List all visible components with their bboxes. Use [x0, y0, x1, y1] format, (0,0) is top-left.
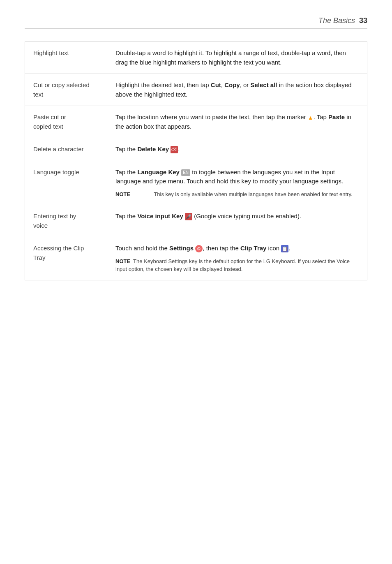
table-row: Delete a character Tap the Delete Key ⌫. [25, 138, 367, 161]
page-header: The Basics 33 [25, 16, 367, 29]
row-content-highlight: Double-tap a word to highlight it. To hi… [107, 42, 367, 74]
table-row: Paste cut orcopied text Tap the location… [25, 106, 367, 138]
delete-key-icon: ⌫ [171, 146, 178, 153]
main-table: Highlight text Double-tap a word to high… [25, 42, 367, 280]
table-row: Language toggle Tap the Language Key EN … [25, 161, 367, 205]
voice-input-key-icon: 🎤 [185, 213, 192, 220]
marker-icon: ▲ [308, 113, 314, 122]
row-content-delete: Tap the Delete Key ⌫. [107, 138, 367, 161]
header-title: The Basics [318, 16, 355, 25]
row-label-delete: Delete a character [25, 138, 107, 161]
row-content-cut-copy: Highlight the desired text, then tap Cut… [107, 74, 367, 106]
clip-tray-icon: 📋 [281, 245, 288, 252]
row-content-clip-tray: Touch and hold the Settings ⚙, then tap … [107, 237, 367, 280]
table-row: Accessing the ClipTray Touch and hold th… [25, 237, 367, 280]
row-content-language: Tap the Language Key EN to toggle betwee… [107, 161, 367, 205]
row-label-language: Language toggle [25, 161, 107, 205]
page: The Basics 33 Highlight text Double-tap … [0, 0, 392, 564]
table-row: Cut or copy selectedtext Highlight the d… [25, 74, 367, 106]
settings-icon: ⚙ [195, 245, 203, 252]
row-label-highlight: Highlight text [25, 42, 107, 74]
row-label-paste: Paste cut orcopied text [25, 106, 107, 138]
header-page-number: 33 [359, 16, 367, 25]
table-row: Entering text byvoice Tap the Voice inpu… [25, 205, 367, 237]
row-content-paste: Tap the location where you want to paste… [107, 106, 367, 138]
row-content-voice: Tap the Voice input Key 🎤 (Google voice … [107, 205, 367, 237]
language-key-icon: EN [181, 169, 190, 176]
row-label-cut-copy: Cut or copy selectedtext [25, 74, 107, 106]
table-row: Highlight text Double-tap a word to high… [25, 42, 367, 74]
row-label-voice: Entering text byvoice [25, 205, 107, 237]
row-label-clip-tray: Accessing the ClipTray [25, 237, 107, 280]
